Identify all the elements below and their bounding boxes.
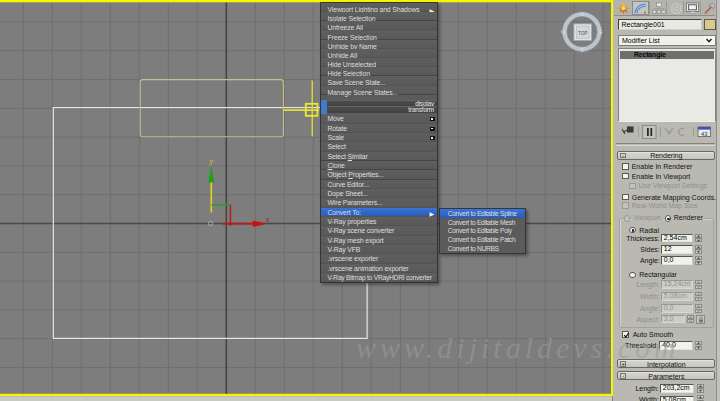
svg-text:N: N (580, 11, 584, 17)
svg-text:TOP: TOP (578, 31, 587, 36)
svg-text:x: x (265, 215, 270, 224)
svg-text:W: W (561, 29, 566, 35)
svg-text:43: 43 (701, 130, 708, 136)
svg-text:y: y (209, 157, 214, 166)
